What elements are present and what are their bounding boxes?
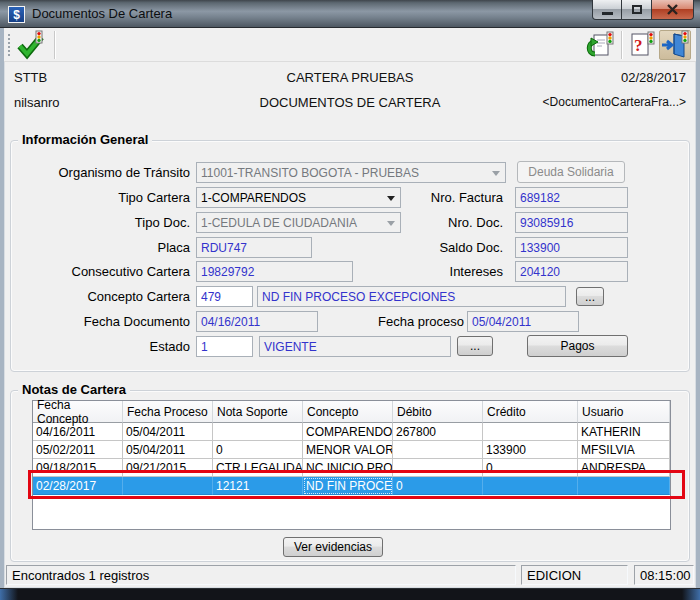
header-title-1: CARTERA PRUEBAS [4, 70, 696, 85]
exit-door-icon [660, 30, 690, 60]
table-cell[interactable]: 0 [213, 441, 303, 459]
table-cell[interactable]: MFSILVIA [578, 441, 670, 459]
pagos-button[interactable]: Pagos [527, 335, 628, 357]
organismo-label: Organismo de Tránsito [10, 162, 190, 183]
help-document-icon: ? [626, 30, 656, 60]
status-message: Encontrados 1 registros [6, 565, 516, 585]
tipo-cartera-value: 1-COMPARENDOS [201, 191, 306, 205]
toolbar-grip[interactable] [7, 33, 11, 57]
undo-document-icon [585, 30, 615, 60]
table-cell[interactable] [393, 441, 483, 459]
maximize-icon [632, 5, 642, 14]
table-cell[interactable]: ND FIN PROCES... [303, 477, 393, 495]
maximize-button[interactable] [622, 0, 652, 20]
tipo-cartera-select[interactable]: 1-COMPARENDOS [196, 187, 401, 208]
table-cell[interactable]: MENOR VALOR ... [303, 441, 393, 459]
nro-doc-label: Nro. Doc. [393, 212, 503, 233]
status-mode: EDICION [521, 565, 628, 585]
table-cell[interactable]: 09/18/2015 [33, 459, 123, 477]
tipo-doc-value: 1-CEDULA DE CIUDADANIA [201, 216, 357, 230]
undo-document-button[interactable] [584, 30, 616, 60]
column-header-fecha-proceso[interactable]: Fecha Proceso [123, 401, 213, 423]
concepto-lookup-button[interactable]: ... [576, 287, 604, 306]
chevron-down-icon [492, 171, 500, 180]
titlebar[interactable]: $ Documentos De Cartera [0, 0, 700, 28]
svg-text:?: ? [634, 36, 643, 55]
table-cell[interactable]: 05/04/2011 [123, 423, 213, 441]
ver-evidencias-button[interactable]: Ver evidencias [283, 537, 383, 557]
organismo-value: 11001-TRANSITO BOGOTA - PRUEBAS [201, 166, 419, 180]
table-cell[interactable]: NC INICIO PRO... [303, 459, 393, 477]
column-header-credito[interactable]: Crédito [483, 401, 578, 423]
window-bottom-frame [0, 588, 700, 600]
nro-doc-field: 93085916 [515, 212, 628, 233]
fecha-documento-label: Fecha Documento [10, 311, 190, 332]
table-cell[interactable] [213, 423, 303, 441]
general-group-title: Información General [18, 132, 152, 147]
estado-code-input[interactable] [196, 336, 253, 357]
fecha-documento-field: 04/16/2011 [196, 311, 318, 332]
close-button[interactable] [652, 0, 694, 20]
table-cell[interactable]: 133900 [483, 441, 578, 459]
table-cell[interactable] [483, 423, 578, 441]
table-cell[interactable] [483, 477, 578, 495]
table-cell[interactable] [578, 477, 670, 495]
toolbar-separator [54, 31, 56, 59]
toolbar: ? [4, 28, 696, 62]
nro-factura-field: 689182 [515, 187, 628, 208]
app-window: $ Documentos De Cartera [0, 0, 700, 600]
concepto-code-input[interactable] [196, 286, 253, 307]
minimize-button[interactable] [592, 0, 622, 20]
close-icon [666, 4, 679, 15]
column-header-nota-soporte[interactable]: Nota Soporte [213, 401, 303, 423]
status-time: 08:15:00 [634, 565, 694, 585]
help-button[interactable]: ? [625, 30, 657, 60]
consecutivo-label: Consecutivo Cartera [10, 261, 190, 282]
column-header-fecha-concepto[interactable]: Fecha Concepto [33, 401, 123, 423]
saldo-doc-label: Saldo Doc. [393, 237, 503, 258]
toolbar-separator [621, 31, 623, 59]
table-cell[interactable]: 02/28/2017 [33, 477, 123, 495]
window-title: Documentos De Cartera [32, 6, 172, 21]
table-cell[interactable] [393, 459, 483, 477]
table-cell[interactable]: 267800 [393, 423, 483, 441]
concepto-desc-field: ND FIN PROCESO EXCEPCIONES [257, 286, 566, 307]
table-cell[interactable]: KATHERIN [578, 423, 670, 441]
saldo-doc-field: 133900 [515, 237, 628, 258]
intereses-field: 204120 [515, 261, 628, 282]
concepto-cartera-label: Concepto Cartera [10, 286, 190, 307]
intereses-label: Intereses [393, 261, 503, 282]
table-cell[interactable]: COMPARENDOS... [303, 423, 393, 441]
table-cell[interactable]: 0 [483, 459, 578, 477]
placa-label: Placa [10, 237, 190, 258]
table-cell[interactable]: 09/21/2015 [123, 459, 213, 477]
placa-field: RDU747 [196, 237, 312, 258]
confirm-button[interactable] [14, 30, 46, 60]
deuda-solidaria-button: Deuda Solidaria [517, 161, 625, 183]
header-date: 02/28/2017 [621, 70, 686, 85]
fecha-proceso-field: 05/04/2011 [467, 311, 579, 332]
estado-label: Estado [10, 336, 190, 357]
table-cell[interactable]: CTR.LEGALIDA... [213, 459, 303, 477]
column-header-usuario[interactable]: Usuario [578, 401, 670, 423]
fecha-proceso-label: Fecha proceso [354, 311, 464, 332]
table-cell[interactable]: 04/16/2011 [33, 423, 123, 441]
column-header-concepto[interactable]: Concepto [303, 401, 393, 423]
notas-group-title: Notas de Cartera [18, 382, 130, 397]
organismo-select: 11001-TRANSITO BOGOTA - PRUEBAS [196, 162, 506, 183]
minimize-icon [602, 12, 613, 15]
table-cell[interactable]: 05/02/2011 [33, 441, 123, 459]
consecutivo-field: 19829792 [196, 261, 353, 282]
tipo-cartera-label: Tipo Cartera [10, 187, 190, 208]
table-cell[interactable]: 0 [393, 477, 483, 495]
dollar-app-icon: $ [8, 6, 25, 23]
header-form-ref: <DocumentoCarteraFra...> [543, 95, 686, 109]
exit-button[interactable] [659, 30, 691, 60]
column-header-debito[interactable]: Débito [393, 401, 483, 423]
estado-lookup-button[interactable]: ... [457, 336, 493, 356]
table-cell[interactable]: ANDRESPA [578, 459, 670, 477]
table-cell[interactable]: 05/04/2011 [123, 441, 213, 459]
table-cell[interactable] [123, 477, 213, 495]
table-cell[interactable]: 12121 [213, 477, 303, 495]
nro-factura-label: Nro. Factura [393, 187, 503, 208]
